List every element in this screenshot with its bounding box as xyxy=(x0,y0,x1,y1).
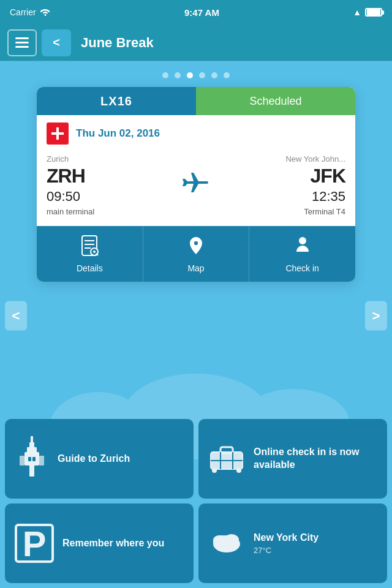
tower-icon xyxy=(15,434,49,484)
dest-code: JFK xyxy=(217,165,345,187)
status-bar-time: 9:47 AM xyxy=(184,7,219,18)
nyc-city-label: New York City xyxy=(254,532,318,545)
status-bar-left: Carrier xyxy=(10,7,51,18)
svg-point-19 xyxy=(299,237,306,244)
card-route: Zurich ZRH 09:50 main terminal New York … xyxy=(37,149,355,226)
card-header: LX16 Scheduled xyxy=(37,87,355,115)
svg-point-16 xyxy=(93,251,96,253)
wifi-icon xyxy=(40,7,51,18)
dot-5[interactable] xyxy=(211,72,217,78)
dest-terminal: Terminal T4 xyxy=(217,207,345,216)
plane-icon xyxy=(180,167,212,198)
menu-button[interactable] xyxy=(7,29,37,56)
dot-1[interactable] xyxy=(162,72,168,78)
svg-rect-28 xyxy=(32,457,36,461)
location-icon: ▲ xyxy=(353,7,361,17)
svg-rect-0 xyxy=(15,37,29,39)
svg-rect-1 xyxy=(15,42,29,43)
tile-guide-zurich[interactable]: Guide to Zurich xyxy=(5,419,194,499)
svg-rect-2 xyxy=(15,46,29,48)
dot-6[interactable] xyxy=(224,72,230,78)
back-icon: < xyxy=(53,36,60,50)
dot-2[interactable] xyxy=(175,72,181,78)
map-button[interactable]: Map xyxy=(143,226,249,282)
flight-card: LX16 Scheduled Thu Jun 02, 2016 Zurich Z… xyxy=(37,87,355,282)
dest-city: New York John... xyxy=(217,154,345,164)
svg-point-18 xyxy=(194,241,198,245)
status-bar: Carrier 9:47 AM ▲ xyxy=(0,0,392,24)
card-date-row: Thu Jun 02, 2016 xyxy=(37,115,355,149)
plane-icon-area xyxy=(175,154,217,198)
tile-nyc-weather[interactable]: New York City 27°C xyxy=(198,503,387,583)
main-content: < LX16 Scheduled Thu Jun 02, 2016 Zurich… xyxy=(0,61,392,588)
svg-rect-26 xyxy=(39,456,44,466)
route-from: Zurich ZRH 09:50 main terminal xyxy=(47,154,175,216)
svg-rect-10 xyxy=(51,132,64,135)
guide-zurich-label: Guide to Zurich xyxy=(58,453,130,466)
online-checkin-label: Online check in is now available xyxy=(254,446,377,472)
chevron-right-icon: > xyxy=(372,308,380,324)
flight-date: Thu Jun 02, 2016 xyxy=(76,127,160,140)
origin-city: Zurich xyxy=(47,154,175,164)
svg-rect-20 xyxy=(29,464,34,477)
dot-3[interactable] xyxy=(187,72,193,78)
tile-parking[interactable]: P Remember where you xyxy=(5,503,194,583)
details-icon xyxy=(80,235,99,260)
page-dots xyxy=(0,61,392,87)
battery-icon xyxy=(365,8,382,17)
parking-label: Remember where you xyxy=(62,537,164,550)
checkin-button[interactable]: Check in xyxy=(249,226,355,282)
details-button[interactable]: Details xyxy=(37,226,143,282)
page-title: June Break xyxy=(81,35,154,51)
tile-online-checkin[interactable]: Online check in is now available xyxy=(198,419,387,499)
dest-time: 12:35 xyxy=(217,189,345,205)
chevron-left-icon: < xyxy=(12,308,20,324)
route-to: New York John... JFK 12:35 Terminal T4 xyxy=(217,154,345,216)
flight-number: LX16 xyxy=(37,87,196,115)
status-bar-right: ▲ xyxy=(353,7,382,17)
prev-card-button[interactable]: < xyxy=(5,301,27,331)
cloud-icon xyxy=(208,524,245,562)
airline-logo xyxy=(47,123,69,145)
next-card-button[interactable]: > xyxy=(365,301,387,331)
map-label: Map xyxy=(187,263,204,273)
svg-point-36 xyxy=(236,468,241,473)
svg-point-39 xyxy=(213,535,225,545)
details-label: Details xyxy=(77,263,103,273)
back-button[interactable]: < xyxy=(42,29,71,56)
flight-status: Scheduled xyxy=(196,87,355,115)
nav-bar: < June Break xyxy=(0,24,392,61)
svg-rect-27 xyxy=(28,457,31,461)
origin-terminal: main terminal xyxy=(47,207,175,216)
origin-code: ZRH xyxy=(47,165,175,187)
svg-point-35 xyxy=(212,468,217,473)
map-icon xyxy=(186,235,206,260)
nyc-weather-info: New York City 27°C xyxy=(254,532,318,555)
checkin-icon xyxy=(293,235,312,260)
origin-time: 09:50 xyxy=(47,189,175,205)
luggage-icon xyxy=(208,439,245,479)
bottom-tiles: Guide to Zurich Online check in is now a… xyxy=(0,414,392,588)
parking-icon: P xyxy=(15,524,54,563)
svg-rect-24 xyxy=(31,436,33,443)
svg-rect-25 xyxy=(20,456,24,466)
svg-point-40 xyxy=(224,534,239,545)
checkin-label: Check in xyxy=(285,263,318,273)
dot-4[interactable] xyxy=(199,72,205,78)
card-actions: Details Map Check in xyxy=(37,226,355,282)
svg-rect-21 xyxy=(24,452,39,466)
carrier-label: Carrier xyxy=(10,7,36,17)
nyc-temp-label: 27°C xyxy=(254,546,318,555)
